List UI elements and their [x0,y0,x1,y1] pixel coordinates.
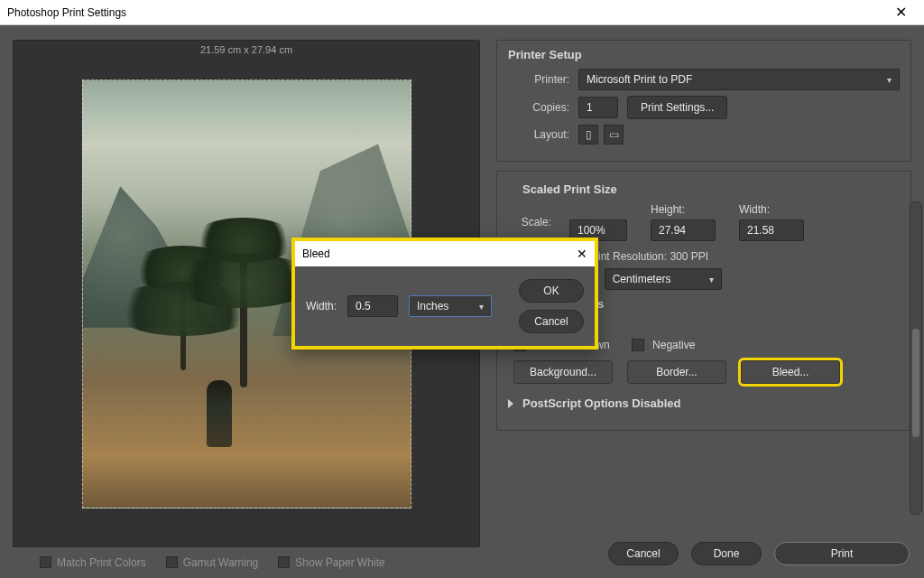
bleed-width-label: Width: [306,300,337,312]
postscript-section-toggle[interactable]: PostScript Options Disabled [508,396,900,410]
match-print-colors-checkbox[interactable]: Match Print Colors [40,556,146,569]
show-paper-white-label: Show Paper White [295,556,384,569]
scroll-thumb[interactable] [912,329,919,437]
bleed-units-select[interactable]: Inches ▾ [409,295,492,317]
bleed-dialog-title: Bleed [302,247,330,260]
paper-dimensions-label: 21.59 cm x 27.94 cm [200,44,292,55]
width-input[interactable] [739,219,804,241]
chevron-down-icon: ▾ [887,75,892,85]
printer-label: Printer: [508,73,569,86]
bleed-button[interactable]: Bleed... [741,360,840,384]
border-button[interactable]: Border... [627,360,726,384]
chevron-down-icon: ▾ [479,302,484,312]
height-input[interactable] [651,219,716,241]
background-button[interactable]: Background... [513,360,613,384]
orientation-landscape-icon[interactable]: ▭ [604,125,624,144]
bleed-dialog-titlebar: Bleed ✕ [295,241,595,266]
layout-label: Layout: [508,128,569,141]
right-scrollbar[interactable] [910,201,922,515]
copies-input[interactable] [578,97,618,118]
match-print-colors-label: Match Print Colors [57,556,146,569]
window-close-button[interactable]: ✕ [882,4,919,21]
printer-select[interactable]: Microsoft Print to PDF ▾ [578,69,900,90]
print-settings-window: Photoshop Print Settings ✕ 21.59 cm x 27… [0,0,924,578]
print-resolution-label: Print Resolution: 300 PPI [587,250,708,263]
bleed-close-button[interactable]: ✕ [577,247,587,261]
show-paper-white-checkbox[interactable]: Show Paper White [278,556,384,569]
bleed-width-input[interactable] [347,295,398,317]
disclosure-closed-icon [508,399,513,408]
print-settings-button[interactable]: Print Settings... [627,96,727,119]
printer-setup-panel: Printer Setup Printer: Microsoft Print t… [496,40,911,162]
height-label: Height: [651,203,716,216]
scale-label: Scale: [508,216,551,228]
checkbox-icon [40,556,51,568]
dialog-footer: Cancel Done Print [608,542,910,565]
chevron-down-icon: ▾ [709,275,714,284]
bleed-dialog: Bleed ✕ Width: Inches ▾ OK Cancel [291,238,598,350]
done-button[interactable]: Done [691,542,762,565]
bleed-ok-button[interactable]: OK [519,279,584,303]
printer-select-value: Microsoft Print to PDF [587,73,692,86]
checkbox-icon [632,339,644,351]
gamut-warning-label: Gamut Warning [183,556,259,569]
artwork-figure [207,380,232,447]
artwork-palm-1 [240,225,247,387]
orientation-portrait-icon[interactable]: ▯ [578,125,598,144]
window-title: Photoshop Print Settings [7,6,126,19]
units-select-value: Centimeters [613,273,671,285]
cancel-button[interactable]: Cancel [608,542,679,565]
width-label: Width: [739,203,804,216]
gamut-warning-checkbox[interactable]: Gamut Warning [166,556,259,569]
print-button[interactable]: Print [774,542,910,565]
negative-label: Negative [652,339,695,351]
preview-options-row: Match Print Colors Gamut Warning Show Pa… [13,547,480,569]
units-select[interactable]: Centimeters ▾ [605,268,722,290]
copies-label: Copies: [508,101,569,114]
titlebar: Photoshop Print Settings ✕ [0,0,924,25]
checkbox-icon [278,556,290,568]
printer-setup-title: Printer Setup [508,48,900,61]
scaled-print-size-title: Scaled Print Size [522,182,900,196]
negative-checkbox[interactable]: Negative [632,339,696,351]
postscript-title: PostScript Options Disabled [522,396,681,410]
checkbox-icon [166,556,178,568]
bleed-units-value: Inches [417,300,448,312]
bleed-cancel-button[interactable]: Cancel [519,310,584,333]
